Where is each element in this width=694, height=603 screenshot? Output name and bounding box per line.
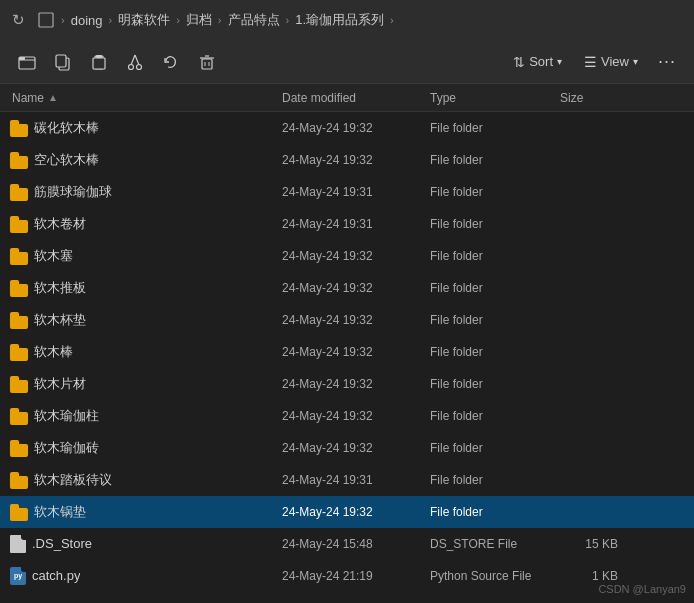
folder-icon	[10, 503, 28, 521]
delete-button[interactable]	[190, 46, 224, 78]
sort-icon: ⇅	[513, 54, 525, 70]
file-name-label: catch.py	[32, 568, 80, 583]
table-row[interactable]: 软木棒 24-May-24 19:32 File folder	[0, 336, 694, 368]
svg-point-9	[137, 64, 142, 69]
table-row[interactable]: 软木片材 24-May-24 19:32 File folder	[0, 368, 694, 400]
table-row[interactable]: 软木塞 24-May-24 19:32 File folder	[0, 240, 694, 272]
breadcrumb-yoga[interactable]: 1.瑜伽用品系列	[295, 11, 384, 29]
folder-icon	[10, 151, 28, 169]
file-name-cell: 软木踏板待议	[0, 471, 278, 489]
file-type: File folder	[426, 281, 556, 295]
undo-button[interactable]	[154, 46, 188, 78]
file-name-label: 软木瑜伽柱	[34, 407, 99, 425]
file-type: File folder	[426, 249, 556, 263]
folder-icon	[10, 119, 28, 137]
file-type: File folder	[426, 473, 556, 487]
col-header-name[interactable]: Name ▲	[0, 91, 278, 105]
copy-button[interactable]	[46, 46, 80, 78]
breadcrumb-sep-0: ›	[61, 14, 65, 26]
file-date: 24-May-24 19:32	[278, 313, 426, 327]
svg-point-8	[129, 64, 134, 69]
breadcrumb-archive[interactable]: 归档	[186, 11, 212, 29]
table-row[interactable]: 软木踏板待议 24-May-24 19:31 File folder	[0, 464, 694, 496]
paste-button[interactable]	[82, 46, 116, 78]
file-name-cell: 软木卷材	[0, 215, 278, 233]
table-row[interactable]: py catch.py 24-May-24 21:19 Python Sourc…	[0, 560, 694, 592]
more-options-button[interactable]: ···	[650, 46, 684, 78]
sort-chevron-icon: ▾	[557, 56, 562, 67]
table-row[interactable]: 软木推板 24-May-24 19:32 File folder	[0, 272, 694, 304]
file-name-label: 空心软木棒	[34, 151, 99, 169]
folder-icon	[10, 439, 28, 457]
file-date: 24-May-24 19:31	[278, 185, 426, 199]
col-header-type[interactable]: Type	[426, 91, 556, 105]
sort-button[interactable]: ⇅ Sort ▾	[503, 46, 572, 78]
file-name-cell: 软木棒	[0, 343, 278, 361]
file-type: File folder	[426, 377, 556, 391]
file-type: File folder	[426, 345, 556, 359]
file-name-cell: 软木瑜伽柱	[0, 407, 278, 425]
file-type: File folder	[426, 185, 556, 199]
breadcrumb-sep-4: ›	[286, 14, 290, 26]
file-date: 24-May-24 19:32	[278, 153, 426, 167]
file-name-cell: 软木推板	[0, 279, 278, 297]
breadcrumb-doing[interactable]: doing	[71, 13, 103, 28]
file-name-cell: 筋膜球瑜伽球	[0, 183, 278, 201]
name-sort-arrow: ▲	[48, 92, 58, 103]
file-list-container[interactable]: Name ▲ Date modified Type Size 碳化软木棒 24-…	[0, 84, 694, 603]
breadcrumb-mingsen[interactable]: 明森软件	[118, 11, 170, 29]
table-row[interactable]: 碳化软木棒 24-May-24 19:32 File folder	[0, 112, 694, 144]
file-name-label: 软木卷材	[34, 215, 86, 233]
table-row[interactable]: .DS_Store 24-May-24 15:48 DS_STORE File …	[0, 528, 694, 560]
file-type: DS_STORE File	[426, 537, 556, 551]
toolbar: ⇅ Sort ▾ ☰ View ▾ ···	[0, 40, 694, 84]
file-type: Python Source File	[426, 569, 556, 583]
new-folder-button[interactable]	[10, 46, 44, 78]
breadcrumb-sep-1: ›	[108, 14, 112, 26]
file-name-cell: 软木瑜伽砖	[0, 439, 278, 457]
table-row[interactable]: 空心软木棒 24-May-24 19:32 File folder	[0, 144, 694, 176]
file-name-cell: 碳化软木棒	[0, 119, 278, 137]
table-row[interactable]: 筋膜球瑜伽球 24-May-24 19:31 File folder	[0, 176, 694, 208]
file-name-cell: 软木塞	[0, 247, 278, 265]
svg-rect-2	[19, 57, 25, 60]
file-icon	[10, 535, 26, 553]
svg-rect-7	[96, 55, 102, 58]
file-date: 24-May-24 19:32	[278, 281, 426, 295]
file-type: File folder	[426, 153, 556, 167]
file-date: 24-May-24 19:31	[278, 217, 426, 231]
table-row[interactable]: 软木卷材 24-May-24 19:31 File folder	[0, 208, 694, 240]
view-button[interactable]: ☰ View ▾	[574, 46, 648, 78]
table-row[interactable]: 软木锅垫 24-May-24 19:32 File folder	[0, 496, 694, 528]
file-date: 24-May-24 19:32	[278, 409, 426, 423]
window-icon	[37, 11, 55, 29]
file-name-cell: 软木杯垫	[0, 311, 278, 329]
view-chevron-icon: ▾	[633, 56, 638, 67]
col-header-date[interactable]: Date modified	[278, 91, 426, 105]
file-name-label: 软木瑜伽砖	[34, 439, 99, 457]
file-name-cell: 软木锅垫	[0, 503, 278, 521]
svg-line-11	[135, 55, 139, 65]
file-date: 24-May-24 21:19	[278, 569, 426, 583]
file-name-label: 碳化软木棒	[34, 119, 99, 137]
file-rows: 碳化软木棒 24-May-24 19:32 File folder 空心软木棒 …	[0, 112, 694, 592]
file-date: 24-May-24 19:32	[278, 249, 426, 263]
column-header: Name ▲ Date modified Type Size	[0, 84, 694, 112]
svg-rect-0	[39, 13, 53, 27]
table-row[interactable]: 软木杯垫 24-May-24 19:32 File folder	[0, 304, 694, 336]
cut-button[interactable]	[118, 46, 152, 78]
table-row[interactable]: 软木瑜伽砖 24-May-24 19:32 File folder	[0, 432, 694, 464]
watermark: CSDN @Lanyan9	[598, 583, 686, 595]
file-name-cell: .DS_Store	[0, 535, 278, 553]
refresh-icon[interactable]: ↻	[12, 11, 25, 29]
file-name-label: 软木踏板待议	[34, 471, 112, 489]
folder-icon	[10, 215, 28, 233]
file-date: 24-May-24 19:32	[278, 441, 426, 455]
python-file-icon: py	[10, 567, 26, 585]
file-name-label: .DS_Store	[32, 536, 92, 551]
file-type: File folder	[426, 441, 556, 455]
breadcrumb-product[interactable]: 产品特点	[228, 11, 280, 29]
col-header-size[interactable]: Size	[556, 91, 626, 105]
table-row[interactable]: 软木瑜伽柱 24-May-24 19:32 File folder	[0, 400, 694, 432]
folder-icon	[10, 279, 28, 297]
